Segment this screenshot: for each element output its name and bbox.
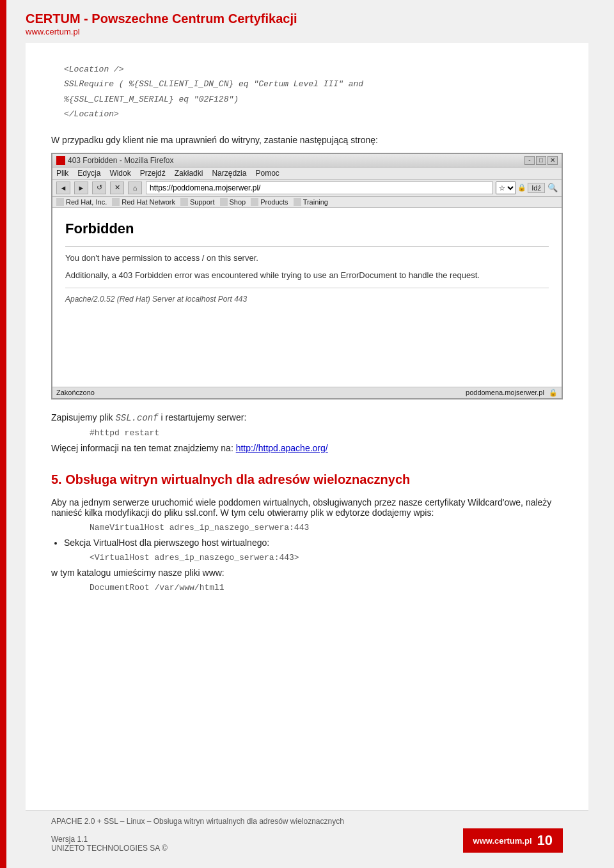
bookmark-redhat-inc[interactable]: Red Hat, Inc. [56,198,107,206]
reload-button[interactable]: ↺ [92,182,106,194]
footer-url: www.certum.pl [473,836,532,846]
divider-2 [65,288,549,288]
page-number: 10 [537,832,553,849]
page-header: CERTUM - Powszechne Centrum Certyfikacji… [0,0,614,43]
status-left: Zakończono [56,389,95,397]
footer-left: Wersja 1.1 UNIZETO TECHNOLOGIES SA © [51,835,168,853]
forbidden-footer: Apache/2.0.52 (Red Hat) Server at localh… [65,295,549,304]
minimize-button[interactable]: - [524,156,535,165]
address-input[interactable] [146,182,493,194]
menu-zakladki[interactable]: Zakładki [175,169,203,178]
bookmark-icon-5 [251,198,258,206]
bookmark-training[interactable]: Training [294,198,328,206]
footer-right-box: www.certum.pl 10 [463,828,563,853]
after-browser-text: Zapisujemy plik SSL.conf i restartujemy … [51,412,563,423]
forward-button[interactable]: ► [74,182,88,194]
code-docroot: DocumentRoot /var/www/html1 [90,583,563,593]
security-icon: 🔒 [517,183,526,192]
titlebar-controls: - □ ✕ [524,156,558,165]
menu-edycja[interactable]: Edycja [77,169,100,178]
back-button[interactable]: ◄ [56,182,70,194]
footer-line-3: UNIZETO TECHNOLOGIES SA © [51,844,168,853]
menu-narzedzia[interactable]: Narzędzia [212,169,246,178]
browser-window: 403 Forbidden - Mozilla Firefox - □ ✕ Pl… [51,153,563,399]
section-5-paragraph: Aby na jednym serwerze uruchomić wiele p… [51,497,563,518]
red-bar [0,0,6,868]
header-title: CERTUM - Powszechne Centrum Certyfikacji [26,12,588,26]
forbidden-text-2: Additionally, a 403 Forbidden error was … [65,270,549,280]
section-5-heading: 5. Obsługa witryn wirtualnych dla adresó… [51,472,563,487]
go-button[interactable]: Idź [528,183,545,193]
browser-titlebar: 403 Forbidden - Mozilla Firefox - □ ✕ [52,154,562,167]
divider-1 [65,246,549,247]
bookmark-icon-6 [294,198,301,206]
bookmark-icon-1 [56,198,64,206]
browser-toolbar: ◄ ► ↺ ✕ ⌂ ☆ 🔒 Idź 🔍 [52,180,562,197]
bullet-list: Sekcja VirtualHost dla pierwszego host w… [64,538,563,548]
close-button[interactable]: ✕ [547,156,558,165]
browser-title: 403 Forbidden - Mozilla Firefox [68,156,173,165]
menu-widok[interactable]: Widok [109,169,130,178]
browser-statusbar: Zakończono poddomena.mojserwer.pl 🔒 [52,387,562,398]
bullet-text-1: Sekcja VirtualHost dla pierwszego host w… [64,538,269,548]
code-block-1: <Location /> SSLRequire ( %{SSL_CLIENT_I… [64,62,563,122]
browser-favicon-icon [56,156,65,165]
menu-plik[interactable]: Plik [56,169,68,178]
stop-button[interactable]: ✕ [110,182,124,194]
code-namevirtualhost: NameVirtualHost adres_ip_naszego_serwera… [90,523,563,532]
search-icon: 🔍 [547,183,558,192]
bookmark-icon-4 [220,198,228,206]
footer-line-2: Wersja 1.1 [51,835,168,844]
forbidden-text-1: You don't have permission to access / on… [65,253,549,263]
list-item-virtualhost: Sekcja VirtualHost dla pierwszego host w… [64,538,563,548]
main-content: <Location /> SSLRequire ( %{SSL_CLIENT_I… [26,43,588,810]
httpd-apache-link[interactable]: http://httpd.apache.org/ [236,443,328,453]
browser-page-content: Forbidden You don't have permission to a… [52,208,562,387]
docroot-intro-text: w tym katalogu umieścimy nasze pliki www… [51,568,563,578]
bookmark-icon-3 [180,198,188,206]
bookmark-products[interactable]: Products [251,198,288,206]
status-right: poddomena.mojserwer.pl 🔒 [466,389,558,397]
home-button[interactable]: ⌂ [128,182,142,194]
menu-przejdz[interactable]: Przejdź [140,169,166,178]
intro-text: W przypadku gdy klient nie ma uprawnień … [51,135,563,145]
address-bar-area: ☆ 🔒 Idź 🔍 [146,182,558,194]
code-line-3: %{SSL_CLIENT_M_SERIAL} eq "02F128") [64,92,563,107]
code-line-2: SSLRequire ( %{SSL_CLIENT_I_DN_CN} eq "C… [64,77,563,91]
titlebar-left: 403 Forbidden - Mozilla Firefox [56,156,173,165]
code-virtualhost-open: <VirtualHost adres_ip_naszego_serwera:44… [90,553,563,562]
footer-bottom: Wersja 1.1 UNIZETO TECHNOLOGIES SA © www… [51,828,563,853]
bookmark-support[interactable]: Support [180,198,215,206]
code-line-1: <Location /> [64,62,563,77]
browser-bookmarks: Red Hat, Inc. Red Hat Network Support Sh… [52,197,562,208]
footer-line-1: APACHE 2.0 + SSL – Linux – Obsługa witry… [51,817,563,826]
forbidden-title: Forbidden [65,221,549,237]
header-url[interactable]: www.certum.pl [26,27,80,36]
bookmark-shop[interactable]: Shop [220,198,246,206]
restore-button[interactable]: □ [536,156,546,165]
page-footer: APACHE 2.0 + SSL – Linux – Obsługa witry… [26,810,588,859]
bookmark-icon-2 [112,198,120,206]
code-line-4: </Location> [64,107,563,121]
menu-pomoc[interactable]: Pomoc [255,169,279,178]
lock-icon: 🔒 [549,389,558,396]
more-info-text: Więcej informacji na ten temat znajdziem… [51,443,563,453]
browser-menubar: Plik Edycja Widok Przejdź Zakładki Narzę… [52,167,562,180]
bookmark-redhat-network[interactable]: Red Hat Network [112,198,175,206]
zoom-select[interactable]: ☆ [496,182,516,194]
code-restart: #httpd restart [90,428,563,438]
